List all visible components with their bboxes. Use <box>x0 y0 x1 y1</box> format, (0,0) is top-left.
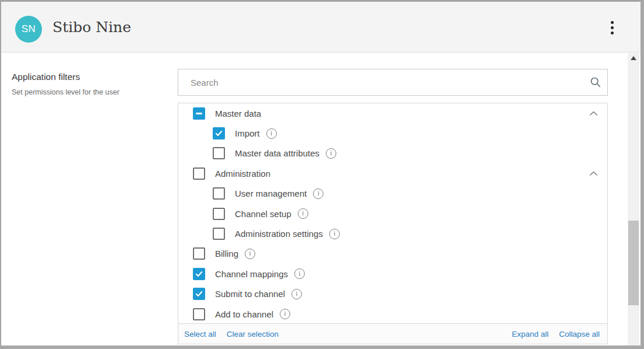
checkbox-unchecked[interactable] <box>193 247 205 260</box>
footer-left-actions: Select all Clear selection <box>184 330 279 338</box>
checkbox-checked[interactable] <box>213 127 225 139</box>
checkbox-indeterminate[interactable] <box>193 107 205 120</box>
tree-row[interactable]: Add to channeli <box>178 304 607 323</box>
tree-item-label: Import <box>235 128 260 138</box>
vertical-scrollbar[interactable] <box>628 53 639 345</box>
tree-item-label: Submit to channel <box>215 289 285 299</box>
info-icon[interactable]: i <box>245 249 255 259</box>
tree-row[interactable]: Importi <box>178 123 607 143</box>
checkbox-checked[interactable] <box>193 268 205 280</box>
checkbox-unchecked[interactable] <box>213 208 225 220</box>
checkbox-checked[interactable] <box>193 288 205 300</box>
tree-row[interactable]: Master data <box>178 103 607 123</box>
tree-item-label: Master data <box>215 109 261 118</box>
tree-row[interactable]: Submit to channeli <box>178 284 607 304</box>
user-permissions-window: SN Stibo Nine Application filters Set pe… <box>0 0 644 349</box>
tree-item-label: Master data attributes <box>235 148 319 158</box>
info-icon[interactable]: i <box>298 208 308 219</box>
section-title: Application filters <box>12 72 80 82</box>
info-icon[interactable]: i <box>313 189 323 199</box>
footer-right-actions: Expand all Collapse all <box>512 330 600 338</box>
tree-item-label: Channel setup <box>235 209 291 219</box>
tree-row[interactable]: Administration settingsi <box>178 224 607 243</box>
collapse-chevron-icon[interactable] <box>588 168 599 179</box>
search-input[interactable] <box>178 78 584 88</box>
tree-row[interactable]: Administration <box>178 163 607 183</box>
info-icon[interactable]: i <box>291 289 302 299</box>
clear-selection-link[interactable]: Clear selection <box>227 330 279 338</box>
info-icon[interactable]: i <box>326 148 336 159</box>
section-subtitle: Set permissions level for the user <box>12 88 119 96</box>
tree-item-label: Administration settings <box>235 229 323 239</box>
permissions-panel: Master dataImportiMaster data attributes… <box>178 103 608 344</box>
tree-item-label: User management <box>235 189 307 198</box>
avatar-initials: SN <box>22 23 36 35</box>
checkbox-unchecked[interactable] <box>193 167 205 180</box>
checkbox-unchecked[interactable] <box>193 308 205 320</box>
panel-footer: Select all Clear selection Expand all Co… <box>178 323 607 344</box>
tree-item-label: Administration <box>215 169 270 179</box>
search-box <box>178 69 608 96</box>
tree-row[interactable]: User managementi <box>178 184 607 204</box>
page-title: Stibo Nine <box>52 2 131 53</box>
tree-row[interactable]: Channel setupi <box>178 204 607 224</box>
kebab-menu-icon[interactable] <box>604 17 620 38</box>
tree-item-label: Channel mappings <box>215 269 288 279</box>
scrollbar-up-arrow-icon[interactable] <box>628 53 639 63</box>
window-header: SN Stibo Nine <box>1 2 641 53</box>
avatar: SN <box>15 16 42 43</box>
scrollbar-thumb[interactable] <box>628 221 639 305</box>
search-icon[interactable] <box>584 76 607 89</box>
info-icon[interactable]: i <box>294 268 305 279</box>
tree-item-label: Add to channel <box>215 309 273 319</box>
expand-all-link[interactable]: Expand all <box>512 330 548 338</box>
tree-row[interactable]: Master data attributesi <box>178 144 607 163</box>
info-icon[interactable]: i <box>329 229 340 239</box>
tree-row[interactable]: Billingi <box>178 244 607 264</box>
tree-row[interactable]: Channel mappingsi <box>178 264 607 284</box>
checkbox-unchecked[interactable] <box>213 228 225 240</box>
collapse-chevron-icon[interactable] <box>588 108 599 118</box>
checkbox-unchecked[interactable] <box>213 187 225 200</box>
tree-rows: Master dataImportiMaster data attributes… <box>178 103 607 323</box>
collapse-all-link[interactable]: Collapse all <box>559 330 600 338</box>
info-icon[interactable]: i <box>266 128 277 139</box>
info-icon[interactable]: i <box>280 309 290 319</box>
select-all-link[interactable]: Select all <box>184 330 216 338</box>
tree-item-label: Billing <box>215 249 238 259</box>
checkbox-unchecked[interactable] <box>213 147 225 159</box>
